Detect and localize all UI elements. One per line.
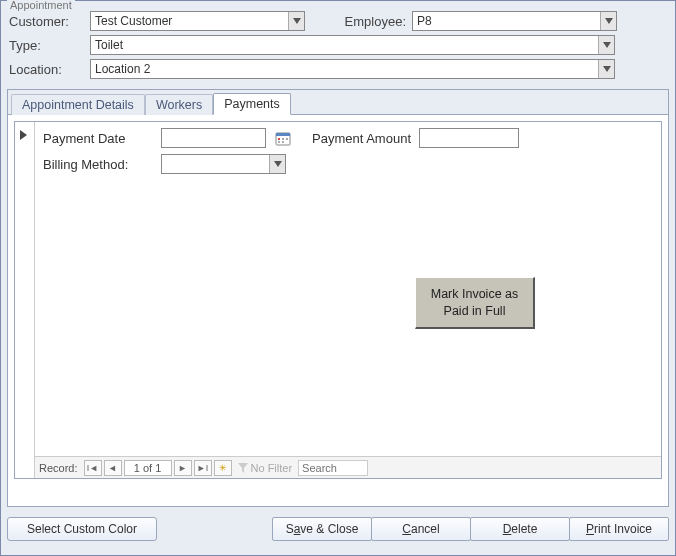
cancel-button[interactable]: Cancel bbox=[371, 517, 471, 541]
delete-button[interactable]: Delete bbox=[470, 517, 570, 541]
customer-dropdown-btn[interactable] bbox=[288, 12, 304, 30]
mark-invoice-paid-button[interactable]: Mark Invoice as Paid in Full bbox=[415, 277, 535, 329]
window-title: Appointment bbox=[7, 0, 75, 11]
tab-payments[interactable]: Payments bbox=[213, 93, 291, 115]
chevron-down-icon bbox=[603, 42, 611, 48]
type-label: Type: bbox=[9, 38, 84, 53]
location-input[interactable] bbox=[91, 60, 598, 78]
record-last-button[interactable]: ►I bbox=[194, 460, 212, 476]
appointment-window: Appointment Customer: Employee: Type: bbox=[0, 0, 676, 556]
print-invoice-button[interactable]: Print Invoice bbox=[569, 517, 669, 541]
chevron-down-icon bbox=[605, 18, 613, 24]
customer-combo[interactable] bbox=[90, 11, 305, 31]
billing-method-input[interactable] bbox=[162, 155, 269, 173]
type-dropdown-btn[interactable] bbox=[598, 36, 614, 54]
subform-body: Payment Date bbox=[35, 122, 661, 478]
payments-subform: Payment Date bbox=[14, 121, 662, 479]
employee-combo[interactable] bbox=[412, 11, 617, 31]
tab-container: Appointment Details Workers Payments Pay… bbox=[7, 89, 669, 507]
record-selector[interactable] bbox=[15, 122, 35, 478]
record-prev-button[interactable]: ◄ bbox=[104, 460, 122, 476]
svg-rect-1 bbox=[276, 133, 290, 136]
header-form: Customer: Employee: Type: bbox=[1, 1, 675, 89]
payment-amount-label: Payment Amount bbox=[312, 131, 411, 146]
payment-amount-input[interactable] bbox=[419, 128, 519, 148]
employee-label: Employee: bbox=[331, 14, 406, 29]
type-combo[interactable] bbox=[90, 35, 615, 55]
record-next-button[interactable]: ► bbox=[174, 460, 192, 476]
tab-workers[interactable]: Workers bbox=[145, 94, 213, 115]
save-close-button[interactable]: Save & Close bbox=[272, 517, 372, 541]
svg-rect-4 bbox=[286, 138, 288, 140]
funnel-icon bbox=[238, 463, 248, 473]
tab-appointment-details[interactable]: Appointment Details bbox=[11, 94, 145, 115]
tab-content-payments: Payment Date bbox=[8, 115, 668, 485]
chevron-down-icon bbox=[293, 18, 301, 24]
payment-date-input[interactable] bbox=[161, 128, 266, 148]
select-custom-color-button[interactable]: Select Custom Color bbox=[7, 517, 157, 541]
record-first-button[interactable]: I◄ bbox=[84, 460, 102, 476]
record-counter[interactable]: 1 of 1 bbox=[124, 460, 172, 476]
billing-method-dropdown-btn[interactable] bbox=[269, 155, 285, 173]
chevron-down-icon bbox=[274, 161, 282, 167]
svg-rect-6 bbox=[282, 141, 284, 143]
calendar-icon[interactable] bbox=[274, 129, 292, 147]
billing-method-combo[interactable] bbox=[161, 154, 286, 174]
location-dropdown-btn[interactable] bbox=[598, 60, 614, 78]
chevron-down-icon bbox=[603, 66, 611, 72]
employee-input[interactable] bbox=[413, 12, 600, 30]
customer-input[interactable] bbox=[91, 12, 288, 30]
location-combo[interactable] bbox=[90, 59, 615, 79]
svg-rect-2 bbox=[278, 138, 280, 140]
location-label: Location: bbox=[9, 62, 84, 77]
record-filter-indicator: No Filter bbox=[238, 462, 293, 474]
record-nav-label: Record: bbox=[39, 462, 78, 474]
payment-date-label: Payment Date bbox=[43, 131, 153, 146]
bottom-button-bar: Select Custom Color Save & Close Cancel … bbox=[1, 513, 675, 547]
employee-dropdown-btn[interactable] bbox=[600, 12, 616, 30]
svg-rect-5 bbox=[278, 141, 280, 143]
record-new-button[interactable]: ✳ bbox=[214, 460, 232, 476]
tab-strip: Appointment Details Workers Payments bbox=[8, 90, 668, 115]
customer-label: Customer: bbox=[9, 14, 84, 29]
record-search-input[interactable] bbox=[298, 460, 368, 476]
action-button-group: Save & Close Cancel Delete Print Invoice bbox=[273, 517, 669, 541]
record-navigator: Record: I◄ ◄ 1 of 1 ► ►I ✳ No Filter bbox=[35, 456, 661, 478]
billing-method-label: Billing Method: bbox=[43, 157, 153, 172]
type-input[interactable] bbox=[91, 36, 598, 54]
svg-rect-3 bbox=[282, 138, 284, 140]
